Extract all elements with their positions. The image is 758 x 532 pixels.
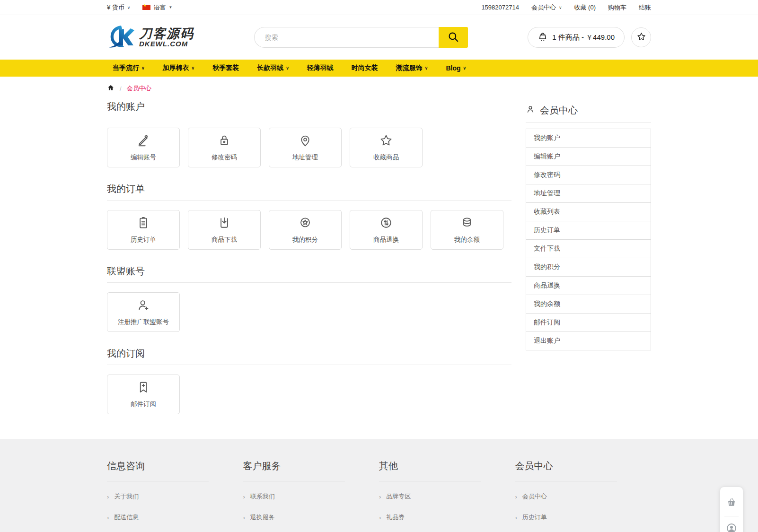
basket-icon — [726, 497, 737, 510]
search-input[interactable] — [254, 27, 439, 48]
sidebar-item-balance[interactable]: 我的余额 — [526, 295, 651, 314]
card-newsletter[interactable]: 邮件订阅 — [107, 375, 180, 414]
card-label: 商品下载 — [212, 235, 237, 244]
sidebar-item-order-history[interactable]: 历史订单 — [526, 221, 651, 240]
chevron-right-icon: › — [107, 494, 109, 500]
card-reward-points[interactable]: 我的积分 — [269, 210, 342, 250]
pencil-icon — [136, 133, 150, 149]
footer-col-title: 信息咨询 — [107, 460, 209, 481]
sidebar-item-returns[interactable]: 商品退换 — [526, 277, 651, 295]
sidebar-item-logout[interactable]: 退出账户 — [526, 332, 651, 350]
footer-col-account: 会员中心 ›会员中心 ›历史订单 ›收藏列表 ›订阅咨询 — [515, 460, 652, 532]
card-wishlist[interactable]: 收藏商品 — [350, 128, 423, 167]
nav-item-seasonal[interactable]: 当季流行∨ — [113, 64, 145, 72]
divider — [724, 516, 739, 516]
floating-quick-panel — [720, 487, 743, 532]
lock-icon — [217, 133, 231, 149]
wishlist-button[interactable] — [631, 27, 651, 47]
footer-col-service: 客户服务 ›联系我们 ›退换服务 ›网站地图 — [243, 460, 379, 532]
sidebar-item-my-account[interactable]: 我的账户 — [526, 129, 651, 148]
nav-item-womens-fashion[interactable]: 时尚女装 — [352, 64, 378, 72]
nav-item-blog[interactable]: Blog∨ — [446, 64, 466, 72]
logo-mark-icon — [107, 23, 136, 52]
nav-item-trend-apparel[interactable]: 潮流服饰∨ — [396, 64, 428, 72]
sidebar-item-wishlist[interactable]: 收藏列表 — [526, 203, 651, 221]
nav-item-light-down[interactable]: 轻薄羽绒 — [307, 64, 334, 72]
sidebar-item-edit-account[interactable]: 编辑账户 — [526, 148, 651, 166]
currency-selector[interactable]: ¥ 货币 ∨ — [107, 3, 130, 12]
sidebar-item-address[interactable]: 地址管理 — [526, 184, 651, 203]
card-label: 商品退换 — [373, 235, 399, 244]
card-edit-account[interactable]: 编辑账号 — [107, 128, 180, 167]
points-badge-icon — [298, 216, 312, 232]
nav-item-autumn-sets[interactable]: 秋季套装 — [212, 64, 239, 72]
balance-icon — [460, 216, 474, 232]
sidebar-item-newsletter[interactable]: 邮件订阅 — [526, 314, 651, 332]
chevron-right-icon: › — [515, 515, 517, 521]
china-flag-icon: ★ — [142, 5, 150, 10]
quick-cart-button[interactable] — [720, 494, 743, 513]
account-cards: 编辑账号 修改密码 地址管理 — [107, 128, 511, 167]
topbar-link-account[interactable]: 会员中心 ∨ — [531, 3, 562, 12]
section-title-account: 我的账户 — [107, 95, 511, 118]
card-label: 我的余额 — [454, 235, 480, 244]
breadcrumb-current[interactable]: 会员中心 — [127, 84, 151, 93]
home-icon[interactable] — [107, 84, 115, 93]
footer-link-delivery[interactable]: ›配送信息 — [107, 513, 243, 522]
cart-total-label: 1 件商品 - ￥449.00 — [552, 33, 615, 42]
footer-link-gift-vouchers[interactable]: ›礼品券 — [379, 513, 515, 522]
section-title-subscription: 我的订阅 — [107, 338, 511, 365]
language-label: 语言 — [153, 3, 166, 12]
breadcrumb-separator: / — [120, 85, 122, 92]
user-icon — [526, 105, 535, 116]
topbar-link-wishlist[interactable]: 收藏 (0) — [574, 3, 596, 12]
cart-button[interactable]: 1 件商品 - ￥449.00 — [528, 27, 625, 48]
user-circle-icon — [726, 523, 737, 532]
logo[interactable]: 刀客源码 DKEWL.COM — [107, 23, 194, 52]
breadcrumb: / 会员中心 — [107, 77, 651, 95]
sidebar-title-label: 会员中心 — [540, 104, 578, 117]
footer-col-title: 客户服务 — [243, 460, 345, 481]
card-label: 我的积分 — [292, 235, 318, 244]
star-icon — [636, 32, 646, 43]
search-button[interactable] — [439, 27, 468, 48]
card-label: 修改密码 — [212, 153, 237, 162]
chevron-down-icon: ∨ — [463, 66, 466, 70]
cart-icon — [538, 32, 548, 44]
caret-down-icon: ▼ — [168, 5, 172, 9]
card-address-book[interactable]: 地址管理 — [269, 128, 342, 167]
language-selector[interactable]: ★ 语言 ▼ — [142, 3, 172, 12]
footer-col-extras: 其他 ›品牌专区 ›礼品券 ›联盟会员 ›特别优惠 — [379, 460, 515, 532]
chevron-down-icon: ∨ — [559, 5, 562, 10]
footer-link-order-history[interactable]: ›历史订单 — [515, 513, 652, 522]
footer-link-contact[interactable]: ›联系我们 — [243, 492, 379, 501]
card-affiliate-signup[interactable]: 注册推广联盟账号 — [107, 292, 180, 332]
footer-link-returns[interactable]: ›退换服务 — [243, 513, 379, 522]
download-icon — [217, 216, 231, 232]
order-list-icon — [136, 216, 150, 232]
card-balance[interactable]: 我的余额 — [431, 210, 503, 250]
sidebar-item-points[interactable]: 我的积分 — [526, 258, 651, 277]
footer-col-information: 信息咨询 ›关于我们 ›配送信息 ›隐私政策 ›使用条款 — [107, 460, 243, 532]
card-label: 历史订单 — [131, 235, 156, 244]
card-order-history[interactable]: 历史订单 — [107, 210, 180, 250]
logo-domain: DKEWL.COM — [139, 40, 194, 48]
footer-link-about[interactable]: ›关于我们 — [107, 492, 243, 501]
chevron-right-icon: › — [107, 515, 109, 521]
card-returns[interactable]: 商品退换 — [350, 210, 423, 250]
quick-account-button[interactable] — [720, 520, 743, 532]
topbar-link-checkout[interactable]: 结账 — [639, 3, 651, 12]
card-change-password[interactable]: 修改密码 — [188, 128, 261, 167]
topbar-left: ¥ 货币 ∨ ★ 语言 ▼ — [107, 3, 172, 12]
section-title-orders: 我的订单 — [107, 173, 511, 201]
nav-item-padded-coats[interactable]: 加厚棉衣∨ — [163, 64, 195, 72]
footer-link-my-account[interactable]: ›会员中心 — [515, 492, 652, 501]
sidebar-item-password[interactable]: 修改密码 — [526, 166, 651, 184]
topbar-link-cart[interactable]: 购物车 — [608, 3, 626, 12]
user-plus-icon — [136, 298, 150, 314]
card-label: 地址管理 — [292, 153, 318, 162]
nav-item-long-down[interactable]: 长款羽绒∨ — [257, 64, 289, 72]
card-downloads[interactable]: 商品下载 — [188, 210, 261, 250]
footer-link-brands[interactable]: ›品牌专区 — [379, 492, 515, 501]
sidebar-item-downloads[interactable]: 文件下载 — [526, 240, 651, 258]
